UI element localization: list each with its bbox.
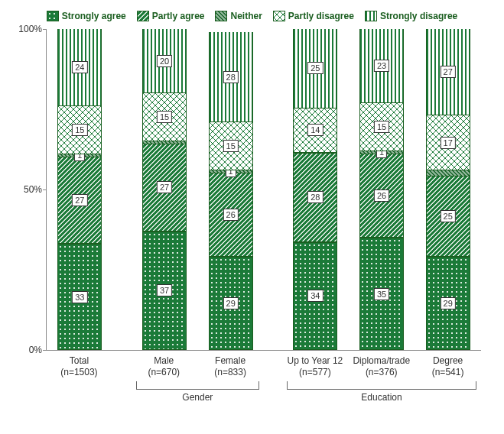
x-tick-label: Up to Year 12(n=577) — [281, 351, 348, 378]
y-tick: 50% — [15, 184, 42, 195]
bar-segment — [426, 170, 470, 177]
bar-segment: 15 — [142, 93, 187, 141]
bar-segment: 15 — [209, 122, 253, 170]
bar-segment: 29 — [209, 257, 253, 350]
value-label: 34 — [307, 290, 323, 302]
value-label: 28 — [307, 191, 323, 203]
bar-segment: 26 — [359, 154, 404, 238]
bar-segment — [293, 153, 337, 154]
x-tick-label: Female(n=833) — [197, 351, 264, 378]
value-label: 27 — [157, 181, 172, 193]
bar-segment: 15 — [359, 103, 404, 151]
bar-segment: 28 — [293, 154, 337, 242]
value-label: 15 — [157, 111, 172, 123]
swatch-icon — [273, 11, 285, 21]
bar-segment: 27 — [57, 157, 102, 244]
bar-segment: 17 — [426, 115, 470, 170]
group-bracket — [287, 381, 476, 390]
value-label: 14 — [307, 124, 323, 136]
bar: 352611523 — [359, 29, 404, 350]
bar-segment: 28 — [209, 32, 253, 122]
legend-item: Partly disagree — [273, 11, 354, 21]
bar-segment: 1 — [57, 154, 102, 157]
value-label: 25 — [441, 210, 456, 222]
swatch-icon — [47, 11, 59, 21]
value-label: 24 — [72, 61, 87, 73]
group-brackets: GenderEducation — [46, 378, 481, 412]
bar-segment: 1 — [209, 170, 253, 173]
bar-segment: 34 — [293, 242, 337, 350]
group-bracket — [136, 381, 259, 390]
y-tick: 100% — [15, 24, 42, 34]
value-label: 33 — [72, 291, 87, 303]
bar: 292611528 — [209, 29, 253, 350]
value-label: 20 — [157, 55, 172, 67]
bar: 332711524 — [57, 29, 102, 350]
x-tick-label: Total(n=1503) — [46, 351, 112, 378]
plot-area: 0% 50% 100% 3327115243727152029261152834… — [46, 29, 481, 351]
bar-segment: 25 — [293, 29, 337, 108]
bar-segment: 1 — [359, 151, 404, 154]
value-label: 17 — [441, 137, 456, 149]
value-label: 35 — [374, 288, 389, 300]
bar-segment: 23 — [359, 29, 404, 103]
swatch-icon — [365, 11, 377, 21]
value-label: 26 — [374, 189, 389, 202]
swatch-icon — [215, 11, 227, 21]
legend-label: Strongly agree — [62, 11, 126, 21]
bar: 34281425 — [293, 29, 337, 350]
x-axis-labels: Total(n=1503)Male(n=670)Female(n=833)Up … — [46, 351, 481, 378]
bar-segment: 33 — [57, 244, 102, 350]
value-label: 15 — [374, 121, 389, 133]
y-tick: 0% — [15, 345, 42, 355]
legend-label: Neither — [230, 11, 262, 21]
value-label: 27 — [441, 66, 456, 78]
bar-segment — [142, 141, 187, 144]
legend-label: Partly disagree — [288, 11, 354, 21]
legend-item: Strongly disagree — [365, 11, 457, 21]
bar-segment: 25 — [426, 177, 470, 257]
x-tick-label: Male(n=670) — [131, 351, 197, 378]
bar-segment: 15 — [57, 106, 102, 154]
legend-label: Strongly disagree — [380, 11, 457, 21]
swatch-icon — [137, 11, 149, 21]
group-label: Gender — [151, 392, 243, 403]
bar: 37271520 — [142, 29, 187, 350]
value-label: 29 — [223, 297, 239, 309]
legend-item: Partly agree — [137, 11, 205, 21]
value-label: 15 — [223, 140, 239, 152]
x-tick-label: Diploma/trade(n=376) — [348, 351, 415, 378]
bar-segment: 26 — [209, 173, 253, 257]
value-label: 29 — [441, 297, 456, 309]
value-label: 26 — [223, 209, 239, 221]
value-label: 28 — [223, 71, 239, 83]
legend-item: Neither — [215, 11, 262, 21]
value-label: 23 — [374, 60, 389, 72]
value-label: 37 — [157, 284, 172, 296]
bar-segment: 27 — [142, 144, 187, 231]
bar-segment: 20 — [142, 29, 187, 93]
bar-segment: 27 — [426, 29, 470, 115]
legend-label: Partly agree — [152, 11, 205, 21]
legend: Strongly agree Partly agree Neither Part… — [18, 11, 486, 21]
bar-segment: 37 — [142, 232, 187, 350]
value-label: 15 — [72, 124, 87, 136]
value-label: 27 — [72, 194, 87, 206]
x-tick-label: Degree(n=541) — [415, 351, 481, 378]
bar: 29251727 — [426, 29, 470, 350]
stacked-bar-chart: Strongly agree Partly agree Neither Part… — [0, 0, 504, 434]
bar-segment: 35 — [359, 238, 404, 350]
value-label: 25 — [307, 62, 323, 74]
group-label: Education — [336, 392, 428, 403]
legend-item: Strongly agree — [47, 11, 126, 21]
bar-segment: 29 — [426, 257, 470, 350]
bar-segment: 24 — [57, 29, 102, 106]
bar-segment: 14 — [293, 108, 337, 153]
